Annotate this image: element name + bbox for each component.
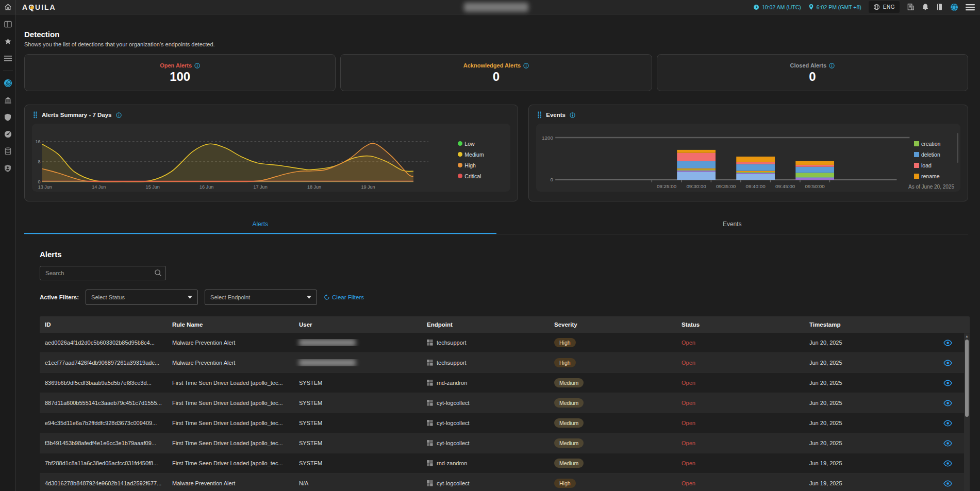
view-alert-eye-icon[interactable] bbox=[943, 420, 952, 427]
column-header-endpoint[interactable]: Endpoint bbox=[422, 321, 549, 328]
svg-text:14 Jun: 14 Jun bbox=[92, 184, 106, 190]
cell-rule-name: First Time Seen Driver Loaded [apollo_te… bbox=[167, 380, 294, 386]
search-input[interactable] bbox=[40, 266, 166, 280]
view-alert-eye-icon[interactable] bbox=[943, 480, 952, 487]
stat-card-acknowledged-alerts[interactable]: Acknowledged Alerts 0 bbox=[340, 54, 652, 91]
cell-actions bbox=[915, 400, 970, 407]
drag-handle-icon[interactable] bbox=[33, 111, 38, 118]
table-row[interactable]: e94c35d11e6a7b2ffddfc928d3673c009409...F… bbox=[40, 413, 970, 433]
scrollbar-thumb[interactable] bbox=[965, 340, 969, 417]
sidebar-list-menu[interactable] bbox=[0, 52, 16, 65]
svg-text:19 Jun: 19 Jun bbox=[361, 184, 375, 190]
language-selector[interactable]: ENG bbox=[869, 1, 900, 13]
cell-timestamp: Jun 19, 2025 bbox=[804, 480, 915, 486]
table-row[interactable]: 8369b6b9df5cdf3baab9a5d5b7ef83ce3d...Fir… bbox=[40, 373, 970, 393]
drag-handle-icon[interactable] bbox=[537, 111, 542, 118]
cell-id: 7bf288d1c8a11a6c38ed05acfcc031fd450f8... bbox=[40, 460, 167, 466]
cell-status: Open bbox=[676, 400, 804, 406]
sidebar-item-data[interactable] bbox=[0, 144, 16, 158]
legend-dot bbox=[458, 174, 462, 178]
info-icon[interactable] bbox=[570, 112, 575, 118]
page-subtitle: Shows you the list of detections that yo… bbox=[24, 41, 968, 47]
cell-timestamp: Jun 20, 2025 bbox=[804, 380, 915, 386]
cell-status: Open bbox=[676, 420, 804, 426]
stat-value: 0 bbox=[493, 71, 500, 83]
stat-label: Acknowledged Alerts bbox=[463, 62, 521, 69]
endpoint-name: rnd-zandron bbox=[437, 460, 467, 466]
redacted-org-title bbox=[464, 3, 528, 12]
cell-user: SYSTEM bbox=[294, 380, 422, 386]
windows-icon bbox=[427, 460, 433, 466]
column-header-timestamp[interactable]: Timestamp bbox=[804, 321, 915, 328]
menu-button[interactable] bbox=[966, 4, 975, 11]
legend-dot bbox=[458, 163, 462, 167]
notifications-button[interactable] bbox=[922, 3, 929, 11]
status-text: Open bbox=[682, 380, 695, 386]
view-alert-eye-icon[interactable] bbox=[943, 400, 952, 407]
view-alert-eye-icon[interactable] bbox=[943, 360, 952, 366]
endpoint-name: techsupport bbox=[437, 360, 466, 366]
endpoint-name: rnd-zandron bbox=[437, 380, 467, 386]
info-icon[interactable] bbox=[523, 63, 529, 69]
cell-endpoint: techsupport bbox=[422, 340, 549, 346]
info-icon[interactable] bbox=[829, 63, 835, 69]
info-icon[interactable] bbox=[116, 112, 122, 118]
stat-card-closed-alerts[interactable]: Closed Alerts 0 bbox=[657, 54, 968, 91]
table-row[interactable]: e1cef77aad7426f4db906897261a39319adc...M… bbox=[40, 353, 970, 373]
table-row[interactable]: f3b491453b98afedf4e1e6cc3e1b79aaaf09...F… bbox=[40, 433, 970, 453]
legend-swatch bbox=[914, 163, 919, 168]
tab-alerts[interactable]: Alerts bbox=[24, 216, 496, 234]
cell-rule-name: First Time Seen Driver Loaded [apollo_te… bbox=[167, 420, 294, 426]
table-row[interactable]: 887d11a600b555141c3aaeb79c451c7d1555...F… bbox=[40, 393, 970, 413]
sidebar-item-detection-active[interactable] bbox=[0, 76, 16, 90]
endpoint-filter-select[interactable]: Select Endpoint bbox=[205, 290, 317, 305]
home-button[interactable] bbox=[0, 0, 16, 14]
organization-button[interactable] bbox=[907, 3, 915, 11]
status-text: Open bbox=[682, 460, 695, 466]
cell-severity: High bbox=[549, 479, 676, 488]
table-row[interactable]: 4d3016278b8487924e9602b141ad2592f677...M… bbox=[40, 473, 970, 491]
scroll-up-arrow[interactable]: ▲ bbox=[964, 333, 970, 339]
windows-icon bbox=[427, 440, 433, 446]
table-row[interactable]: aed0026a4f1d2d0c5b603302b85d95b8c4...Mal… bbox=[40, 333, 970, 353]
info-icon[interactable] bbox=[194, 63, 200, 69]
column-header-rule-name[interactable]: Rule Name bbox=[167, 321, 294, 328]
endpoint-name: cyt-logcollect bbox=[437, 400, 470, 406]
column-header-severity[interactable]: Severity bbox=[549, 321, 676, 328]
column-header-user[interactable]: User bbox=[294, 321, 422, 328]
view-alert-eye-icon[interactable] bbox=[943, 380, 952, 386]
status-text: Open bbox=[682, 480, 695, 486]
sidebar-item-organization[interactable] bbox=[0, 93, 16, 107]
sidebar-item-dashboard[interactable] bbox=[0, 127, 16, 141]
chevron-down-icon bbox=[307, 296, 311, 299]
legend-label: High bbox=[464, 162, 476, 168]
status-filter-select[interactable]: Select Status bbox=[86, 290, 198, 305]
page-title: Detection bbox=[24, 30, 968, 39]
stat-card-open-alerts[interactable]: Open Alerts 100 bbox=[24, 54, 336, 91]
sidebar-item-admin[interactable] bbox=[0, 161, 16, 175]
sidebar-favorites[interactable] bbox=[0, 35, 16, 48]
column-header-status[interactable]: Status bbox=[676, 321, 804, 328]
table-scrollbar[interactable]: ▲ bbox=[964, 333, 970, 491]
view-alert-eye-icon[interactable] bbox=[943, 340, 952, 346]
brand-logo[interactable]: AQUILA bbox=[22, 3, 56, 11]
svg-text:1200: 1200 bbox=[542, 135, 553, 141]
column-header-id[interactable]: ID bbox=[40, 321, 167, 328]
legend-scrollbar[interactable] bbox=[957, 133, 958, 163]
cell-status: Open bbox=[676, 340, 804, 346]
docs-button[interactable] bbox=[936, 3, 943, 11]
cell-id: f3b491453b98afedf4e1e6cc3e1b79aaaf09... bbox=[40, 440, 167, 446]
sidebar-panel-toggle[interactable] bbox=[0, 18, 16, 31]
severity-badge: High bbox=[554, 338, 576, 347]
view-alert-eye-icon[interactable] bbox=[943, 460, 952, 467]
sidebar-item-protection[interactable] bbox=[0, 110, 16, 124]
sidebar-divider bbox=[3, 71, 13, 71]
help-sphere-button[interactable] bbox=[950, 3, 958, 11]
legend-label: rename bbox=[921, 173, 940, 179]
table-row[interactable]: 7bf288d1c8a11a6c38ed05acfcc031fd450f8...… bbox=[40, 453, 970, 473]
cell-id: 4d3016278b8487924e9602b141ad2592f677... bbox=[40, 480, 167, 486]
legend-label: load bbox=[921, 162, 932, 168]
tab-events[interactable]: Events bbox=[496, 216, 969, 234]
clear-filters-button[interactable]: Clear Filters bbox=[324, 294, 364, 300]
view-alert-eye-icon[interactable] bbox=[943, 440, 952, 447]
